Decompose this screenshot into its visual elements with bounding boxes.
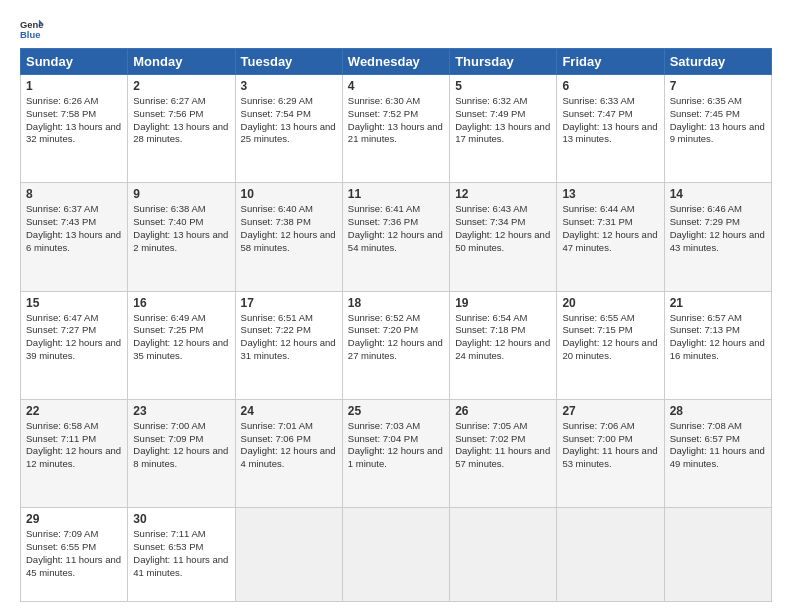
table-row: 9Sunrise: 6:38 AM Sunset: 7:40 PM Daylig… (128, 183, 235, 291)
table-row: 11Sunrise: 6:41 AM Sunset: 7:36 PM Dayli… (342, 183, 449, 291)
day-info: Sunrise: 6:49 AM Sunset: 7:25 PM Dayligh… (133, 312, 229, 363)
day-info: Sunrise: 6:29 AM Sunset: 7:54 PM Dayligh… (241, 95, 337, 146)
day-number: 16 (133, 296, 229, 310)
table-row: 21Sunrise: 6:57 AM Sunset: 7:13 PM Dayli… (664, 291, 771, 399)
table-row (342, 508, 449, 602)
day-info: Sunrise: 7:09 AM Sunset: 6:55 PM Dayligh… (26, 528, 122, 579)
day-number: 9 (133, 187, 229, 201)
day-info: Sunrise: 6:57 AM Sunset: 7:13 PM Dayligh… (670, 312, 766, 363)
day-info: Sunrise: 6:44 AM Sunset: 7:31 PM Dayligh… (562, 203, 658, 254)
calendar-week-2: 8Sunrise: 6:37 AM Sunset: 7:43 PM Daylig… (21, 183, 772, 291)
day-info: Sunrise: 6:35 AM Sunset: 7:45 PM Dayligh… (670, 95, 766, 146)
day-info: Sunrise: 6:54 AM Sunset: 7:18 PM Dayligh… (455, 312, 551, 363)
day-info: Sunrise: 7:08 AM Sunset: 6:57 PM Dayligh… (670, 420, 766, 471)
day-number: 26 (455, 404, 551, 418)
day-number: 17 (241, 296, 337, 310)
day-number: 1 (26, 79, 122, 93)
table-row (235, 508, 342, 602)
day-number: 15 (26, 296, 122, 310)
table-row: 15Sunrise: 6:47 AM Sunset: 7:27 PM Dayli… (21, 291, 128, 399)
day-number: 2 (133, 79, 229, 93)
table-row: 3Sunrise: 6:29 AM Sunset: 7:54 PM Daylig… (235, 75, 342, 183)
day-header-saturday: Saturday (664, 49, 771, 75)
table-row: 12Sunrise: 6:43 AM Sunset: 7:34 PM Dayli… (450, 183, 557, 291)
table-row: 25Sunrise: 7:03 AM Sunset: 7:04 PM Dayli… (342, 399, 449, 507)
day-number: 25 (348, 404, 444, 418)
calendar-table: SundayMondayTuesdayWednesdayThursdayFrid… (20, 48, 772, 602)
table-row: 20Sunrise: 6:55 AM Sunset: 7:15 PM Dayli… (557, 291, 664, 399)
table-row: 8Sunrise: 6:37 AM Sunset: 7:43 PM Daylig… (21, 183, 128, 291)
day-number: 22 (26, 404, 122, 418)
table-row: 7Sunrise: 6:35 AM Sunset: 7:45 PM Daylig… (664, 75, 771, 183)
day-info: Sunrise: 6:40 AM Sunset: 7:38 PM Dayligh… (241, 203, 337, 254)
day-number: 10 (241, 187, 337, 201)
day-info: Sunrise: 7:03 AM Sunset: 7:04 PM Dayligh… (348, 420, 444, 471)
day-number: 5 (455, 79, 551, 93)
day-info: Sunrise: 7:11 AM Sunset: 6:53 PM Dayligh… (133, 528, 229, 579)
day-number: 6 (562, 79, 658, 93)
day-header-friday: Friday (557, 49, 664, 75)
table-row (664, 508, 771, 602)
day-number: 19 (455, 296, 551, 310)
day-number: 8 (26, 187, 122, 201)
table-row: 10Sunrise: 6:40 AM Sunset: 7:38 PM Dayli… (235, 183, 342, 291)
day-info: Sunrise: 6:51 AM Sunset: 7:22 PM Dayligh… (241, 312, 337, 363)
table-row: 1Sunrise: 6:26 AM Sunset: 7:58 PM Daylig… (21, 75, 128, 183)
day-header-tuesday: Tuesday (235, 49, 342, 75)
table-row: 23Sunrise: 7:00 AM Sunset: 7:09 PM Dayli… (128, 399, 235, 507)
day-info: Sunrise: 7:06 AM Sunset: 7:00 PM Dayligh… (562, 420, 658, 471)
table-row: 16Sunrise: 6:49 AM Sunset: 7:25 PM Dayli… (128, 291, 235, 399)
calendar-page: General Blue SundayMondayTuesdayWednesda… (0, 0, 792, 612)
day-info: Sunrise: 6:55 AM Sunset: 7:15 PM Dayligh… (562, 312, 658, 363)
day-info: Sunrise: 6:32 AM Sunset: 7:49 PM Dayligh… (455, 95, 551, 146)
day-number: 3 (241, 79, 337, 93)
day-info: Sunrise: 6:41 AM Sunset: 7:36 PM Dayligh… (348, 203, 444, 254)
svg-text:Blue: Blue (20, 29, 40, 40)
day-number: 30 (133, 512, 229, 526)
table-row: 30Sunrise: 7:11 AM Sunset: 6:53 PM Dayli… (128, 508, 235, 602)
day-info: Sunrise: 7:05 AM Sunset: 7:02 PM Dayligh… (455, 420, 551, 471)
day-info: Sunrise: 6:38 AM Sunset: 7:40 PM Dayligh… (133, 203, 229, 254)
day-info: Sunrise: 6:27 AM Sunset: 7:56 PM Dayligh… (133, 95, 229, 146)
table-row: 14Sunrise: 6:46 AM Sunset: 7:29 PM Dayli… (664, 183, 771, 291)
day-info: Sunrise: 7:01 AM Sunset: 7:06 PM Dayligh… (241, 420, 337, 471)
day-number: 23 (133, 404, 229, 418)
table-row: 13Sunrise: 6:44 AM Sunset: 7:31 PM Dayli… (557, 183, 664, 291)
day-number: 12 (455, 187, 551, 201)
table-row: 17Sunrise: 6:51 AM Sunset: 7:22 PM Dayli… (235, 291, 342, 399)
day-number: 24 (241, 404, 337, 418)
table-row: 28Sunrise: 7:08 AM Sunset: 6:57 PM Dayli… (664, 399, 771, 507)
calendar-week-1: 1Sunrise: 6:26 AM Sunset: 7:58 PM Daylig… (21, 75, 772, 183)
table-row: 24Sunrise: 7:01 AM Sunset: 7:06 PM Dayli… (235, 399, 342, 507)
day-info: Sunrise: 6:37 AM Sunset: 7:43 PM Dayligh… (26, 203, 122, 254)
day-number: 21 (670, 296, 766, 310)
day-number: 27 (562, 404, 658, 418)
header: General Blue (20, 16, 772, 40)
table-row: 6Sunrise: 6:33 AM Sunset: 7:47 PM Daylig… (557, 75, 664, 183)
day-number: 18 (348, 296, 444, 310)
day-number: 11 (348, 187, 444, 201)
day-info: Sunrise: 6:33 AM Sunset: 7:47 PM Dayligh… (562, 95, 658, 146)
table-row (450, 508, 557, 602)
calendar-week-5: 29Sunrise: 7:09 AM Sunset: 6:55 PM Dayli… (21, 508, 772, 602)
table-row: 19Sunrise: 6:54 AM Sunset: 7:18 PM Dayli… (450, 291, 557, 399)
day-info: Sunrise: 6:52 AM Sunset: 7:20 PM Dayligh… (348, 312, 444, 363)
logo: General Blue (20, 16, 50, 40)
day-header-wednesday: Wednesday (342, 49, 449, 75)
day-info: Sunrise: 6:30 AM Sunset: 7:52 PM Dayligh… (348, 95, 444, 146)
day-number: 28 (670, 404, 766, 418)
day-info: Sunrise: 6:43 AM Sunset: 7:34 PM Dayligh… (455, 203, 551, 254)
day-header-sunday: Sunday (21, 49, 128, 75)
day-info: Sunrise: 6:26 AM Sunset: 7:58 PM Dayligh… (26, 95, 122, 146)
table-row: 4Sunrise: 6:30 AM Sunset: 7:52 PM Daylig… (342, 75, 449, 183)
day-number: 14 (670, 187, 766, 201)
day-number: 20 (562, 296, 658, 310)
day-number: 7 (670, 79, 766, 93)
calendar-week-3: 15Sunrise: 6:47 AM Sunset: 7:27 PM Dayli… (21, 291, 772, 399)
day-header-thursday: Thursday (450, 49, 557, 75)
day-number: 29 (26, 512, 122, 526)
day-info: Sunrise: 6:46 AM Sunset: 7:29 PM Dayligh… (670, 203, 766, 254)
day-header-monday: Monday (128, 49, 235, 75)
table-row: 27Sunrise: 7:06 AM Sunset: 7:00 PM Dayli… (557, 399, 664, 507)
table-row: 18Sunrise: 6:52 AM Sunset: 7:20 PM Dayli… (342, 291, 449, 399)
